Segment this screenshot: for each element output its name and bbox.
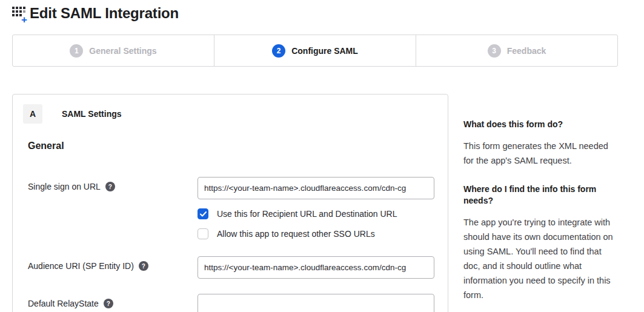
general-section-heading: General: [28, 141, 448, 151]
step-number-badge: 3: [488, 44, 501, 58]
sso-url-row: Single sign on URL ? Use this for Recipi…: [28, 177, 448, 239]
relay-state-help-icon[interactable]: ?: [104, 299, 113, 308]
sso-url-help-icon[interactable]: ?: [105, 182, 115, 191]
audience-uri-row: Audience URI (SP Entity ID) ?: [28, 256, 448, 279]
other-sso-urls-checkbox-row: Allow this app to request other SSO URLs: [198, 228, 434, 239]
page-title: Edit SAML Integration: [30, 5, 179, 22]
recipient-url-checkbox-label: Use this for Recipient URL and Destinati…: [217, 209, 397, 219]
recipient-url-checkbox[interactable]: [198, 208, 208, 219]
step-label: General Settings: [89, 46, 156, 56]
check-icon: [200, 211, 207, 217]
help-body-where: The app you're trying to integrate with …: [463, 215, 618, 302]
step-configure-saml[interactable]: 2 Configure SAML: [214, 35, 416, 66]
panel-title: SAML Settings: [62, 109, 122, 119]
step-label: Configure SAML: [291, 46, 358, 56]
relay-state-input[interactable]: [198, 294, 434, 312]
help-sidebar: What does this form do? This form genera…: [463, 119, 618, 312]
step-feedback[interactable]: 3 Feedback: [416, 35, 617, 66]
step-wizard: 1 General Settings 2 Configure SAML 3 Fe…: [12, 35, 618, 67]
sso-url-label: Single sign on URL: [28, 182, 101, 191]
help-heading-what: What does this form do?: [463, 119, 618, 130]
step-number-badge: 2: [272, 44, 285, 58]
relay-state-label: Default RelayState: [28, 299, 99, 308]
app-grid-plus-icon: +: [12, 7, 28, 21]
panel-header: A SAML Settings: [13, 95, 448, 124]
relay-state-row: Default RelayState ? If no value is set,…: [28, 294, 448, 312]
sso-url-input[interactable]: [198, 177, 434, 199]
other-sso-urls-checkbox-label: Allow this app to request other SSO URLs: [217, 229, 375, 239]
audience-uri-input[interactable]: [198, 256, 434, 279]
step-general-settings[interactable]: 1 General Settings: [13, 35, 214, 66]
step-label: Feedback: [507, 46, 546, 56]
other-sso-urls-checkbox[interactable]: [198, 228, 208, 239]
step-number-badge: 1: [70, 44, 83, 58]
section-a-badge: A: [23, 104, 42, 124]
audience-uri-label: Audience URI (SP Entity ID): [28, 261, 134, 271]
help-body-what: This form generates the XML needed for t…: [463, 139, 618, 168]
help-heading-where: Where do I find the info this form needs…: [463, 184, 618, 207]
page-header: + Edit SAML Integration: [12, 5, 179, 22]
audience-uri-help-icon[interactable]: ?: [139, 261, 148, 271]
saml-settings-panel: A SAML Settings General Single sign on U…: [12, 94, 448, 312]
recipient-url-checkbox-row: Use this for Recipient URL and Destinati…: [198, 208, 434, 219]
plus-glyph: +: [21, 15, 27, 25]
